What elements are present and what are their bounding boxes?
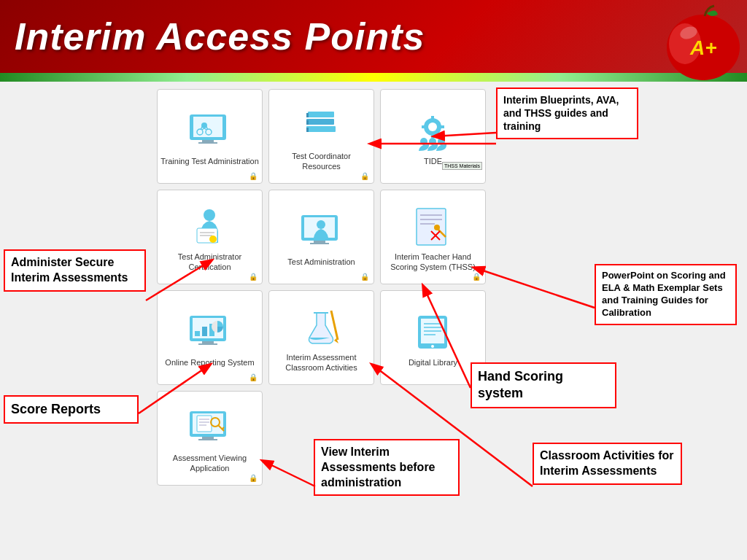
score-reports-annotation: Score Reports <box>4 395 139 424</box>
svg-point-41 <box>434 225 440 230</box>
training-test-label: Training Test Administration <box>160 156 259 166</box>
svg-rect-50 <box>202 341 214 343</box>
ava-label: Assessment Viewing Application <box>160 453 259 474</box>
svg-rect-70 <box>202 437 214 439</box>
icon-test-admin[interactable]: Test Administration 🔒 <box>268 190 374 284</box>
svg-rect-71 <box>198 439 217 440</box>
ors-icon <box>185 311 236 354</box>
svg-point-18 <box>428 122 437 131</box>
thss-label: Interim Teacher Hand Scoring System (THS… <box>384 252 482 273</box>
test-coordinator-icon <box>296 104 347 148</box>
classroom-annotation: Classroom Activities for Interim Assessm… <box>533 443 682 485</box>
svg-line-75 <box>474 268 595 308</box>
classroom-activities-label: Interim Assessment Classroom Activities <box>272 352 371 373</box>
tide-icon <box>408 109 459 153</box>
svg-rect-21 <box>422 125 425 128</box>
svg-text:A+: A+ <box>689 36 717 59</box>
lock-icon-9: 🔒 <box>249 474 258 482</box>
svg-rect-46 <box>195 331 200 336</box>
administer-annotation: Administer Secure Interim Assessments <box>4 249 146 292</box>
lock-icon-5: 🔒 <box>472 273 481 281</box>
icon-ava[interactable]: Assessment Viewing Application 🔒 <box>157 391 263 486</box>
svg-point-24 <box>429 138 436 145</box>
lock-icon-1: 🔒 <box>360 172 369 180</box>
lock-icon-0: 🔒 <box>249 172 258 180</box>
svg-rect-47 <box>202 327 207 336</box>
digital-library-label: Digital Library <box>409 357 457 368</box>
svg-rect-15 <box>306 120 309 125</box>
svg-rect-11 <box>306 126 336 132</box>
apple-decoration: A+ <box>659 0 747 80</box>
lock-icon-3: 🔒 <box>249 273 258 281</box>
svg-point-26 <box>204 209 215 221</box>
svg-rect-20 <box>431 134 434 138</box>
ta-cert-icon <box>185 205 236 249</box>
test-admin-label: Test Administration <box>287 257 355 267</box>
icon-training-test[interactable]: Training Test Administration 🔒 <box>157 89 263 184</box>
svg-rect-14 <box>306 113 309 117</box>
main-content: Training Test Administration 🔒 Test Coor… <box>0 82 747 560</box>
gradient-bar <box>0 73 747 82</box>
tide-label: TIDE <box>424 156 442 166</box>
svg-line-53 <box>331 311 338 340</box>
svg-point-33 <box>317 220 325 229</box>
test-coordinator-label: Test Coordinator Resources <box>272 151 371 172</box>
svg-point-25 <box>438 138 445 145</box>
hand-scoring-annotation: Hand Scoring system <box>471 362 616 408</box>
thss-icon <box>408 205 459 249</box>
svg-rect-63 <box>197 416 212 432</box>
digital-library-icon <box>408 311 459 354</box>
view-interim-annotation: View Interim Assessments before administ… <box>314 439 460 496</box>
page-title: Interim Access Points <box>15 15 425 58</box>
classroom-activities-icon <box>296 306 347 349</box>
training-test-icon <box>185 109 236 153</box>
icon-thss[interactable]: Interim Teacher Hand Scoring System (THS… <box>380 190 486 284</box>
ta-cert-label: Test Administrator Certification <box>160 252 259 273</box>
powerpoint-annotation: PowerPoint on Scoring and ELA & Math Exe… <box>595 264 737 325</box>
header: Interim Access Points A+ <box>0 0 747 73</box>
svg-rect-10 <box>198 142 217 144</box>
icon-ors[interactable]: Online Reporting System 🔒 <box>157 290 263 385</box>
ava-icon <box>185 406 236 450</box>
icon-test-coordinator[interactable]: Test Coordinator Resources 🔒 <box>268 89 374 184</box>
svg-point-23 <box>420 138 427 145</box>
svg-rect-9 <box>202 140 214 142</box>
test-admin-icon <box>296 210 347 254</box>
svg-rect-35 <box>310 243 329 244</box>
ors-label: Online Reporting System <box>165 357 254 368</box>
svg-rect-16 <box>306 128 309 132</box>
svg-rect-22 <box>441 125 444 128</box>
svg-point-30 <box>209 236 217 243</box>
svg-rect-51 <box>198 343 217 345</box>
lock-icon-6: 🔒 <box>249 373 258 381</box>
icon-tide[interactable]: TIDE THSS Materials <box>380 89 486 184</box>
svg-rect-19 <box>431 116 434 120</box>
svg-rect-13 <box>308 112 334 117</box>
icon-grid: Training Test Administration 🔒 Test Coor… <box>157 89 486 486</box>
blueprints-annotation: Interim Blueprints, AVA, and THSS guides… <box>496 88 638 139</box>
svg-rect-34 <box>314 241 325 243</box>
svg-rect-12 <box>306 119 334 125</box>
icon-classroom-activities[interactable]: Interim Assessment Classroom Activities <box>268 290 374 385</box>
svg-point-56 <box>431 345 434 348</box>
icon-ta-cert[interactable]: Test Administrator Certification 🔒 <box>157 190 263 284</box>
lock-icon-4: 🔒 <box>360 273 369 281</box>
